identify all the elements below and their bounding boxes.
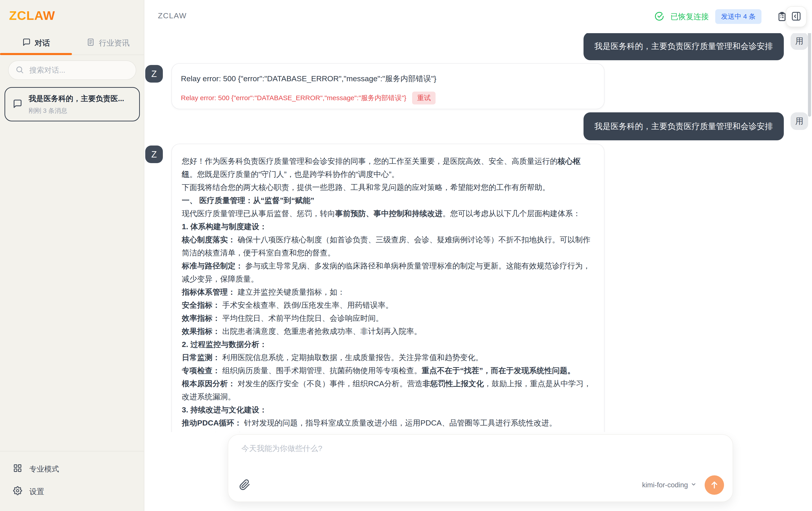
app-logo: ZCLAW — [9, 8, 55, 23]
app-window: ZCLAW 对话 行业资讯 — [0, 0, 812, 511]
assistant-avatar: Z — [145, 145, 163, 163]
tab-label: 对话 — [35, 38, 50, 48]
chat-bubble-icon — [12, 99, 22, 110]
composer-right-tools: kimi-for-coding — [642, 475, 724, 495]
arrow-up-icon — [709, 480, 719, 490]
error-text-red: Relay error: 500 {"error":"DATABASE_ERRO… — [181, 93, 406, 103]
sidebar: ZCLAW 对话 行业资讯 — [0, 0, 144, 511]
chat-title: ZCLAW — [158, 11, 187, 20]
header-status-group: 已恢复连接 发送中 4 条 — [654, 0, 807, 33]
error-text: Relay error: 500 {"error":"DATABASE_ERRO… — [181, 74, 595, 84]
tab-industry-news[interactable]: 行业资讯 — [72, 32, 144, 55]
search-box — [8, 60, 136, 80]
retry-button[interactable]: 重试 — [412, 92, 436, 105]
connection-status: 已恢复连接 — [671, 11, 709, 22]
conversation-meta: 刚刚 3 条消息 — [29, 107, 124, 115]
scrollbar-thumb[interactable] — [808, 33, 811, 117]
assistant-avatar: Z — [145, 65, 163, 83]
sidebar-tabs: 对话 行业资讯 — [0, 32, 144, 55]
chat-bubble-icon — [22, 38, 31, 48]
sidebar-item-settings[interactable]: 设置 — [0, 480, 144, 503]
user-message-row: 我是医务科的，主要负责医疗质量管理和会诊安排 用 — [583, 112, 808, 140]
news-icon — [86, 38, 95, 48]
sidebar-item-label: 专业模式 — [29, 464, 59, 474]
user-message-bubble: 我是医务科的，主要负责医疗质量管理和会诊安排 — [583, 112, 784, 140]
assistant-message: 您好！作为医务科负责医疗质量管理和会诊安排的同事，您的工作至关重要，是医院高效、… — [171, 144, 605, 432]
paperclip-icon — [239, 479, 250, 491]
sidebar-item-label: 设置 — [29, 487, 44, 497]
assistant-paragraphs: 您好！作为医务科负责医疗质量管理和会诊安排的同事，您的工作至关重要，是医院高效、… — [182, 154, 594, 432]
model-selector[interactable]: kimi-for-coding — [642, 481, 697, 489]
user-avatar: 用 — [790, 33, 808, 50]
user-message-bubble: 我是医务科的，主要负责医疗质量管理和会诊安排 — [583, 33, 784, 60]
user-avatar: 用 — [790, 112, 808, 130]
conversation-list-item[interactable]: 我是医务科的，主要负责医... 刚刚 3 条消息 — [4, 87, 140, 121]
sending-count-badge: 发送中 4 条 — [715, 9, 761, 24]
attach-file-button[interactable] — [239, 479, 250, 491]
tab-label: 行业资讯 — [99, 38, 130, 48]
search-input[interactable] — [29, 66, 129, 75]
search-icon — [15, 65, 24, 75]
gear-icon — [13, 486, 22, 497]
message-input[interactable] — [241, 443, 669, 470]
active-tab-underline — [0, 53, 72, 55]
panel-collapse-icon — [791, 11, 802, 22]
message-list: 我是医务科的，主要负责医疗质量管理和会诊安排 用 Z Relay error: … — [145, 33, 812, 432]
conversation-title: 我是医务科的，主要负责医... — [29, 94, 124, 104]
grid-icon — [13, 464, 22, 475]
composer-toolbar: kimi-for-coding — [239, 475, 724, 495]
user-message-row: 我是医务科的，主要负责医疗质量管理和会诊安排 用 — [583, 33, 808, 60]
model-name: kimi-for-coding — [642, 481, 688, 489]
chat-header: ZCLAW 已恢复连接 发送中 4 条 — [145, 0, 812, 33]
collapse-panel-button[interactable] — [786, 6, 807, 27]
tab-conversations[interactable]: 对话 — [0, 32, 72, 55]
composer: kimi-for-coding — [228, 434, 733, 502]
assistant-error-message: Relay error: 500 {"error":"DATABASE_ERRO… — [171, 63, 605, 109]
chevron-down-icon — [691, 481, 697, 489]
check-circle-icon — [654, 11, 664, 22]
sidebar-footer: 专业模式 设置 — [0, 451, 144, 511]
send-button[interactable] — [705, 475, 724, 495]
error-text-red-row: Relay error: 500 {"error":"DATABASE_ERRO… — [181, 92, 595, 105]
sidebar-item-professional-mode[interactable]: 专业模式 — [0, 458, 144, 480]
